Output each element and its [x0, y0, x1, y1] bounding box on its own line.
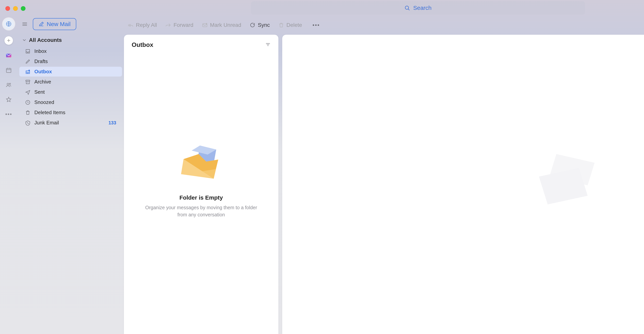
sent-icon [25, 89, 30, 95]
clock-icon [25, 100, 30, 105]
forward-icon [166, 22, 171, 28]
rail-contacts[interactable] [5, 81, 12, 89]
empty-title: Folder is Empty [179, 194, 223, 201]
rail-calendar[interactable] [5, 66, 12, 74]
sidebar-top: New Mail [19, 18, 122, 35]
add-account-button[interactable] [4, 36, 13, 45]
message-list-panel: Outbox Folder is Empty Organize your mes [124, 35, 278, 334]
archive-icon [25, 79, 30, 85]
tool-label: Mark Unread [210, 22, 241, 28]
rail-more[interactable]: ••• [5, 110, 12, 118]
reply-all-icon [128, 22, 134, 28]
svg-point-11 [9, 83, 10, 84]
drafts-icon [25, 59, 30, 64]
plus-icon [6, 38, 11, 43]
new-mail-label: New Mail [47, 21, 70, 27]
mark-unread-button[interactable]: Mark Unread [202, 22, 241, 28]
folder-label: Archive [34, 79, 51, 85]
reading-panel [282, 35, 644, 334]
rail-mail[interactable] [5, 52, 12, 59]
folder-sidebar: New Mail All Accounts Inbox Drafts Outbo… [17, 17, 124, 334]
sync-button[interactable]: Sync [250, 22, 270, 28]
folder-label: Junk Email [34, 120, 59, 126]
empty-subtitle: Organize your messages by moving them to… [145, 204, 257, 218]
mark-unread-icon [202, 22, 208, 28]
calendar-icon [6, 67, 12, 73]
window-close-button[interactable] [6, 6, 10, 11]
tool-label: Delete [286, 22, 302, 28]
forward-button[interactable]: Forward [166, 22, 194, 28]
inbox-icon [25, 49, 30, 54]
folder-label: Snoozed [34, 99, 54, 105]
folder-list: Inbox Drafts Outbox Archive Sent Snoozed [19, 46, 122, 128]
folder-label: Drafts [34, 58, 48, 64]
ellipsis-icon: ••• [312, 22, 320, 28]
globe-icon [6, 21, 12, 27]
svg-point-16 [28, 70, 30, 71]
empty-state: Folder is Empty Organize your messages b… [124, 51, 278, 334]
window-maximize-button[interactable] [21, 6, 26, 11]
empty-folder-illustration [176, 137, 226, 187]
reading-empty-illustration [532, 144, 602, 213]
ellipsis-icon: ••• [5, 111, 12, 117]
search-icon [404, 5, 410, 11]
panels: Outbox Folder is Empty Organize your mes [124, 35, 644, 334]
list-title: Outbox [132, 41, 153, 48]
folder-junk[interactable]: Junk Email 133 [19, 118, 122, 128]
search-placeholder: Search [413, 5, 432, 11]
sync-icon [250, 22, 256, 28]
junk-icon [25, 120, 30, 126]
chevron-down-icon [22, 38, 27, 42]
toolbar-more-button[interactable]: ••• [310, 22, 322, 28]
folder-inbox[interactable]: Inbox [19, 46, 122, 56]
toggle-sidebar-button[interactable] [21, 21, 28, 27]
folder-sent[interactable]: Sent [19, 87, 122, 97]
trash-icon [25, 110, 30, 115]
filter-icon [265, 42, 271, 47]
tool-label: Sync [258, 22, 270, 28]
svg-line-1 [408, 9, 410, 10]
list-header: Outbox [124, 35, 278, 51]
svg-point-10 [7, 83, 9, 85]
titlebar: Search [0, 0, 644, 17]
folder-count: 133 [108, 120, 118, 126]
rail-favorites[interactable] [5, 96, 12, 103]
account-header-label: All Accounts [29, 37, 62, 43]
search-bar[interactable]: Search [251, 1, 585, 15]
main-area: ••• New Mail All Accounts Inbox Draf [0, 17, 644, 334]
compose-icon [38, 21, 44, 27]
window-controls [6, 6, 26, 11]
reply-all-button[interactable]: Reply All [128, 22, 157, 28]
account-header[interactable]: All Accounts [19, 35, 122, 45]
people-icon [6, 82, 12, 88]
folder-snoozed[interactable]: Snoozed [19, 97, 122, 107]
folder-label: Sent [34, 89, 45, 95]
content-area: Reply All Forward Mark Unread Sync Delet… [124, 17, 644, 334]
svg-line-20 [27, 122, 28, 124]
message-toolbar: Reply All Forward Mark Unread Sync Delet… [124, 17, 644, 35]
folder-archive[interactable]: Archive [19, 77, 122, 87]
trash-icon [278, 22, 284, 28]
filter-button[interactable] [265, 42, 271, 48]
folder-label: Deleted Items [34, 109, 65, 115]
mail-icon [6, 52, 12, 59]
folder-outbox[interactable]: Outbox [19, 67, 122, 76]
tool-label: Reply All [136, 22, 157, 28]
tool-label: Forward [174, 22, 194, 28]
account-avatar[interactable] [3, 18, 14, 29]
star-icon [6, 96, 12, 103]
folder-deleted[interactable]: Deleted Items [19, 108, 122, 117]
folder-drafts[interactable]: Drafts [19, 56, 122, 66]
svg-rect-17 [26, 80, 30, 81]
folder-label: Outbox [34, 69, 52, 75]
svg-marker-12 [6, 97, 11, 102]
svg-point-22 [206, 23, 207, 24]
delete-button[interactable]: Delete [278, 22, 302, 28]
hamburger-icon [22, 21, 28, 27]
svg-rect-6 [6, 68, 11, 72]
nav-rail: ••• [0, 17, 17, 334]
new-mail-button[interactable]: New Mail [33, 18, 76, 30]
folder-label: Inbox [34, 48, 47, 54]
window-minimize-button[interactable] [13, 6, 18, 11]
outbox-icon [25, 69, 30, 74]
